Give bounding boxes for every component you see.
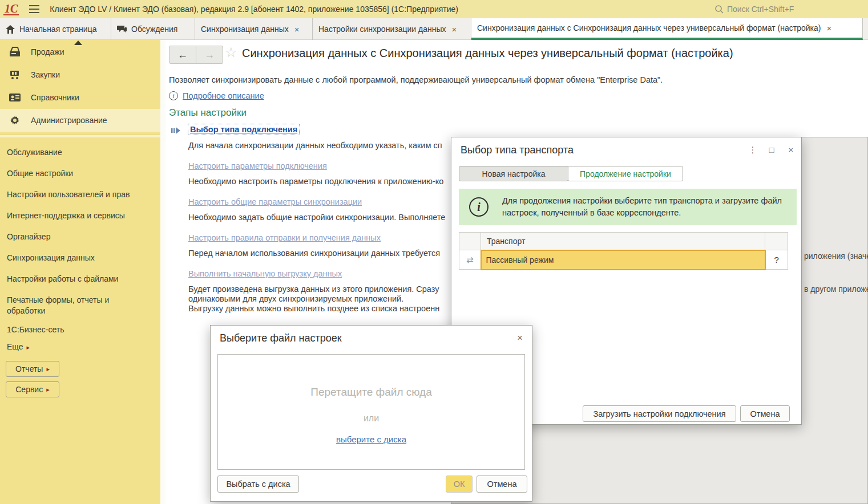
page-title: Синхронизация данных с Синхронизация дан… [242, 47, 733, 60]
card-index-icon [8, 92, 22, 103]
sidebar-section-label: Справочники [31, 93, 79, 102]
step-link-connection-params[interactable]: Настроить параметры подключения [188, 161, 327, 170]
sidebar-item-maintenance[interactable]: Обслуживание [7, 147, 155, 158]
step-link-general-params[interactable]: Настроить общие параметры синхронизации [188, 197, 362, 206]
more-label: Еще [7, 342, 23, 351]
sales-icon [8, 46, 22, 58]
sidebar-item-print-forms[interactable]: Печатные формы, отчеты и обработки [7, 295, 138, 316]
sidebar-section-label: Продажи [31, 47, 64, 56]
help-button[interactable]: ? [765, 250, 788, 270]
tab-new-setup[interactable]: Новая настройка [459, 166, 568, 181]
step-link-initial-export[interactable]: Выполнить начальную выгрузку данных [188, 269, 342, 278]
sidebar: Продажи Закупки Справочники Администриро… [0, 40, 160, 504]
cart-icon [8, 69, 22, 80]
favorite-star-icon[interactable]: ☆ [225, 44, 237, 60]
service-label: Сервис [15, 385, 43, 394]
header-cell-transport: Транспорт [481, 233, 765, 250]
background-text-fragment: риложения (значе [804, 251, 868, 261]
sidebar-section-sales[interactable]: Продажи [0, 40, 160, 63]
tab-sync-settings[interactable]: Настройки синхронизации данных × [313, 18, 471, 40]
tab-universal-format-setup[interactable]: Синхронизация данных с Синхронизация дан… [471, 18, 863, 40]
1c-logo: 1С [3, 3, 19, 15]
close-icon[interactable]: × [517, 332, 523, 344]
tab-label: Синхронизация данных с Синхронизация дан… [477, 23, 821, 32]
sidebar-more-button[interactable]: Еще▸ [7, 342, 30, 351]
chevron-right-icon: ▸ [46, 365, 50, 373]
sidebar-section-catalogs[interactable]: Справочники [0, 86, 160, 109]
tab-label: Настройки синхронизации данных [318, 25, 446, 34]
tab-bar: Начальная страница Обсуждения Синхрониза… [0, 18, 868, 40]
ok-button[interactable]: ОК [446, 475, 473, 493]
sidebar-item-business-network[interactable]: 1С:Бизнес-сеть [7, 324, 155, 335]
close-icon[interactable]: × [786, 145, 796, 155]
step-desc: Будет произведена выгрузка данных из это… [188, 284, 439, 294]
dialog-title: Выбор типа транспорта [461, 144, 574, 156]
dialog-title: Выберите файл настроек [220, 332, 342, 344]
search-placeholder: Поиск Ctrl+Shift+F [727, 5, 794, 14]
step-link-send-receive-rules[interactable]: Настроить правила отправки и получения д… [188, 233, 381, 242]
load-connection-settings-button[interactable]: Загрузить настройки подключения [583, 405, 736, 422]
step-desc: Выгрузку данных можно выполнить позднее … [188, 304, 439, 313]
chat-icon [117, 25, 127, 34]
pick-from-disk-link[interactable]: выберите с диска [336, 434, 406, 444]
home-icon [6, 25, 15, 34]
cancel-button[interactable]: Отмена [477, 475, 527, 493]
sidebar-item-organizer[interactable]: Органайзер [7, 231, 155, 242]
sidebar-item-file-settings[interactable]: Настройки работы с файлами [7, 274, 155, 284]
sync-icon: ⇄ [459, 250, 481, 270]
step-desc: одинаковыми для двух синхронизируемых пр… [188, 294, 403, 303]
tab-close-icon[interactable]: × [451, 25, 457, 34]
tab-continue-setup[interactable]: Продолжение настройки [568, 166, 683, 181]
detailed-description-link[interactable]: Подробное описание [183, 91, 264, 100]
tab-discussions[interactable]: Обсуждения [111, 18, 195, 40]
cancel-button[interactable]: Отмена [740, 405, 790, 422]
info-banner-text: Для продолжения настройки выберите тип т… [502, 195, 782, 219]
header-cell-empty [459, 233, 481, 250]
chevron-right-icon: ▸ [46, 386, 50, 393]
table-row[interactable]: ⇄ Пассивный режим ? [459, 250, 788, 270]
topbar: 1С Клиент ЭДО LV / Клиент ЭДО (базовая),… [0, 0, 868, 18]
sidebar-separator [0, 135, 160, 137]
back-button[interactable]: ← [169, 46, 196, 64]
tab-label: Начальная страница [19, 25, 96, 34]
tab-close-icon[interactable]: × [826, 23, 831, 33]
reports-button[interactable]: Отчеты▸ [6, 361, 59, 377]
app-window: 1С Клиент ЭДО LV / Клиент ЭДО (базовая),… [0, 0, 868, 504]
step-desc: Для начала синхронизации данных необходи… [188, 141, 442, 150]
sidebar-item-data-sync[interactable]: Синхронизация данных [7, 253, 155, 263]
table-header-row: Транспорт [459, 233, 788, 250]
dropzone-or: или [218, 413, 524, 424]
tab-close-icon[interactable]: × [294, 25, 300, 34]
service-button[interactable]: Сервис▸ [6, 381, 59, 397]
tab-label: Обсуждения [131, 25, 177, 34]
stages-header: Этапы настройки [169, 107, 247, 119]
file-dropzone[interactable]: Перетащите файл сюда или выберите с диск… [217, 354, 525, 470]
step-desc: Необходимо настроить параметры подключен… [188, 177, 443, 186]
maximize-icon[interactable]: □ [766, 145, 777, 155]
gear-icon [8, 114, 22, 127]
current-step-icon [171, 127, 181, 136]
sidebar-item-user-rights[interactable]: Настройки пользователей и прав [7, 189, 155, 200]
main-menu-icon[interactable] [29, 5, 39, 13]
transport-row-passive-mode[interactable]: Пассивный режим [481, 250, 765, 270]
reports-label: Отчеты [15, 364, 43, 373]
description-row: i Подробное описание [169, 91, 264, 100]
dropzone-hint: Перетащите файл сюда [218, 386, 524, 399]
sidebar-section-purchases[interactable]: Закупки [0, 63, 160, 86]
header-cell-empty [765, 233, 788, 250]
sidebar-item-general-settings[interactable]: Общие настройки [7, 168, 155, 179]
info-banner: i Для продолжения настройки выберите тип… [459, 189, 797, 225]
pick-from-disk-button[interactable]: Выбрать с диска [217, 475, 299, 493]
sidebar-item-internet-support[interactable]: Интернет-поддержка и сервисы [7, 210, 155, 221]
kebab-menu-icon[interactable]: ⋮ [748, 145, 758, 155]
tab-data-sync[interactable]: Синхронизация данных × [195, 18, 313, 40]
step-link-connection-type[interactable]: Выбор типа подключения [188, 124, 299, 135]
step-desc: Перед началом использования синхронизаци… [188, 249, 440, 258]
tab-home[interactable]: Начальная страница [0, 18, 111, 40]
forward-button[interactable]: → [196, 46, 223, 64]
global-search-input[interactable]: Поиск Ctrl+Shift+F [714, 0, 794, 18]
sidebar-section-label: Администрирование [31, 116, 107, 125]
sidebar-section-label: Закупки [31, 70, 60, 79]
transport-table: Транспорт ⇄ Пассивный режим ? [459, 232, 788, 270]
sidebar-section-administration[interactable]: Администрирование [0, 109, 160, 132]
